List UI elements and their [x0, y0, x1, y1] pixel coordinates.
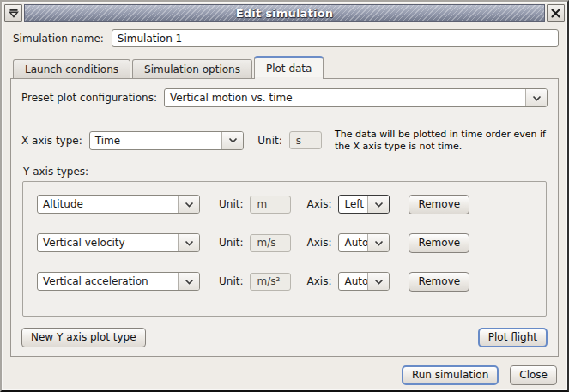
axis-label: Axis:	[306, 275, 331, 287]
close-icon	[551, 9, 560, 18]
unit-value: m/s²	[250, 273, 291, 291]
x-axis-value: Time	[90, 132, 222, 149]
x-axis-select[interactable]: Time	[89, 131, 245, 150]
chevron-down-icon	[367, 196, 389, 213]
chevron-down-icon	[367, 234, 389, 251]
x-axis-unit-value: s	[289, 131, 322, 149]
tab-plot-data[interactable]: Plot data	[254, 56, 324, 78]
unit-label: Unit:	[219, 237, 243, 249]
window-menu-button[interactable]	[4, 4, 22, 22]
chevron-down-icon	[178, 273, 199, 290]
chevron-down-icon	[178, 196, 199, 213]
unit-value: m	[250, 196, 291, 214]
titlebar: Edit simulation	[4, 4, 565, 22]
titlebar-drag-area[interactable]: Edit simulation	[24, 4, 545, 22]
axis-value: Left	[339, 196, 367, 213]
unit-label: Unit:	[219, 275, 243, 287]
y-type-value: Altitude	[38, 196, 178, 213]
unit-value: m/s	[250, 234, 291, 252]
plot-data-panel: Preset plot configurations: Vertical mot…	[10, 78, 559, 357]
dialog-content: Simulation name: Launch conditions Simul…	[4, 22, 565, 385]
axis-select-3[interactable]: Auto	[338, 272, 390, 291]
axis-label: Axis:	[306, 237, 331, 249]
chevron-down-icon	[178, 234, 199, 251]
preset-config-value: Vertical motion vs. time	[165, 89, 525, 106]
y-axis-row: Altitude Unit: m Axis: Left Remov	[37, 195, 532, 214]
x-axis-row: X axis type: Time Unit: s The data will …	[21, 129, 548, 153]
window-title: Edit simulation	[236, 7, 333, 20]
y-type-select-1[interactable]: Altitude	[37, 195, 200, 214]
run-simulation-button[interactable]: Run simulation	[402, 365, 499, 385]
chevron-down-icon	[221, 132, 243, 149]
tab-bar: Launch conditions Simulation options Plo…	[10, 55, 559, 78]
remove-button-1[interactable]: Remove	[409, 195, 469, 214]
dialog-footer: Run simulation Close	[10, 357, 559, 385]
axis-label: Axis:	[306, 198, 331, 210]
window-menu-icon	[9, 9, 19, 18]
simulation-name-input[interactable]	[112, 29, 559, 47]
y-type-value: Vertical acceleration	[38, 273, 178, 290]
unit-label: Unit:	[219, 198, 243, 210]
chevron-down-icon	[525, 89, 547, 106]
close-button[interactable]: Close	[510, 365, 557, 385]
y-type-value: Vertical velocity	[38, 234, 178, 251]
y-axis-row: Vertical acceleration Unit: m/s² Axis: A…	[37, 272, 532, 292]
axis-select-1[interactable]: Left	[338, 195, 390, 214]
remove-button-3[interactable]: Remove	[409, 272, 469, 292]
close-window-button[interactable]	[547, 4, 565, 22]
panel-footer: New Y axis plot type Plot flight	[21, 328, 548, 351]
simulation-name-row: Simulation name:	[13, 29, 559, 47]
plot-flight-button[interactable]: Plot flight	[478, 328, 548, 347]
y-axis-types-label: Y axis types:	[23, 166, 548, 178]
chevron-down-icon	[367, 273, 389, 290]
tab-simulation-options[interactable]: Simulation options	[132, 59, 252, 78]
preset-config-select[interactable]: Vertical motion vs. time	[164, 88, 548, 107]
remove-button-2[interactable]: Remove	[409, 233, 469, 253]
preset-config-row: Preset plot configurations: Vertical mot…	[21, 88, 548, 107]
x-axis-unit-label: Unit:	[257, 135, 281, 147]
tab-label: Simulation options	[144, 63, 240, 75]
tab-launch-conditions[interactable]: Launch conditions	[13, 59, 130, 78]
y-axis-row: Vertical velocity Unit: m/s Axis: Auto	[37, 233, 532, 253]
axis-value: Auto	[339, 234, 367, 251]
y-type-select-2[interactable]: Vertical velocity	[37, 233, 200, 252]
axis-value: Auto	[339, 273, 367, 290]
y-type-select-3[interactable]: Vertical acceleration	[37, 272, 200, 291]
new-y-axis-plot-type-button[interactable]: New Y axis plot type	[21, 328, 146, 347]
tab-label: Launch conditions	[25, 63, 118, 75]
x-axis-label: X axis type:	[21, 135, 82, 147]
y-axis-types-group: Altitude Unit: m Axis: Left Remov	[22, 181, 547, 317]
x-axis-note: The data will be plotted in time order e…	[335, 129, 548, 153]
axis-select-2[interactable]: Auto	[338, 233, 390, 252]
simulation-name-label: Simulation name:	[13, 33, 104, 45]
preset-config-label: Preset plot configurations:	[21, 92, 157, 104]
tab-label: Plot data	[266, 63, 312, 75]
edit-simulation-dialog: Edit simulation Simulation name: Launch …	[0, 0, 569, 392]
